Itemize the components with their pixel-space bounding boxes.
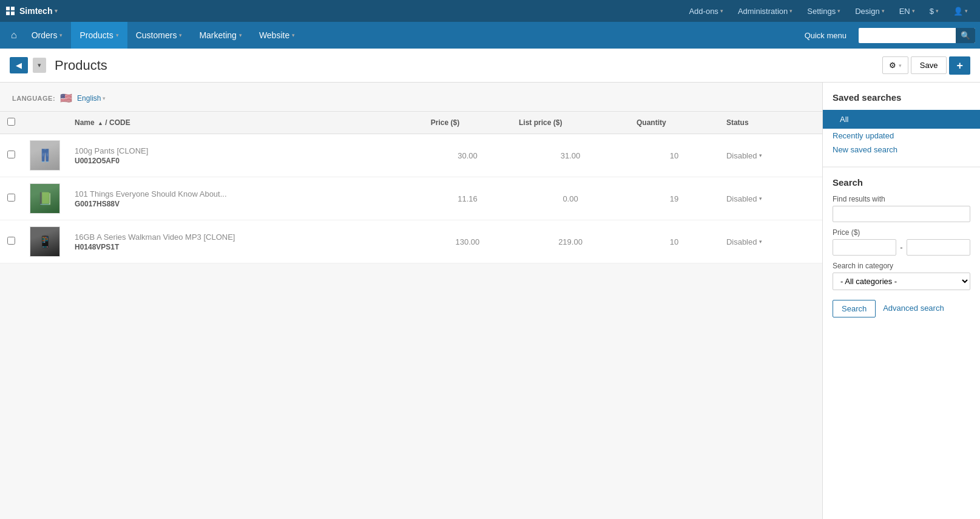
- col-quantity[interactable]: Quantity: [629, 112, 719, 134]
- product-image-2: 📱: [30, 226, 60, 257]
- brand[interactable]: Simtech ▾: [6, 6, 58, 16]
- col-checkbox: [0, 112, 22, 134]
- row-checkbox-1[interactable]: [7, 194, 15, 202]
- product-price-1: 11.16: [424, 177, 512, 220]
- addons-arrow: ▾: [720, 8, 723, 14]
- search-panel-title: Search: [833, 177, 970, 188]
- row-checkbox-0[interactable]: [7, 151, 15, 158]
- save-button[interactable]: Save: [911, 56, 947, 74]
- page-header: ◀ ▾ Products ⚙ ▾ Save +: [0, 49, 980, 83]
- home-button[interactable]: ⌂: [5, 26, 23, 44]
- language-flag: 🇺🇸: [60, 92, 72, 104]
- product-name-0[interactable]: 100g Pants [CLONE]: [75, 146, 416, 155]
- sidebar: Saved searches All Recently updated New …: [822, 83, 980, 519]
- page-title: Products: [55, 58, 107, 73]
- col-name[interactable]: Name ▲ / CODE: [67, 112, 424, 134]
- product-code-1: G0017HS88V: [75, 200, 416, 208]
- status-label-2: Disabled: [726, 237, 757, 246]
- product-quantity-2: 10: [629, 220, 719, 263]
- topnav-currency[interactable]: $ ▾: [924, 4, 945, 18]
- topnav-user[interactable]: 👤 ▾: [947, 4, 974, 18]
- lang-arrow: ▾: [912, 8, 915, 14]
- main-layout: LANGUAGE: 🇺🇸 English ▾ Name ▲ / CODE: [0, 83, 980, 519]
- product-status-1[interactable]: Disabled ▾: [719, 177, 822, 220]
- product-status-0[interactable]: Disabled ▾: [719, 134, 822, 177]
- second-nav: ⌂ Orders ▾ Products ▾ Customers ▾ Market…: [0, 22, 980, 49]
- advanced-search-link[interactable]: Advanced search: [880, 300, 946, 317]
- gear-button[interactable]: ⚙ ▾: [882, 56, 908, 74]
- search-actions: Search Advanced search: [833, 300, 970, 317]
- design-arrow: ▾: [882, 8, 885, 14]
- topnav-lang[interactable]: EN ▾: [893, 4, 921, 18]
- brand-name: Simtech: [19, 6, 52, 16]
- top-search-button[interactable]: 🔍: [956, 28, 975, 43]
- language-selector[interactable]: English ▾: [77, 94, 106, 103]
- product-quantity-0: 10: [629, 134, 719, 177]
- user-icon: 👤: [953, 7, 963, 16]
- row-checkbox-2[interactable]: [7, 237, 15, 245]
- product-status-2[interactable]: Disabled ▾: [719, 220, 822, 263]
- top-search-box[interactable]: 🔍: [859, 28, 975, 43]
- saved-search-recently-updated[interactable]: Recently updated: [833, 129, 970, 143]
- header-dropdown-button[interactable]: ▾: [33, 58, 46, 73]
- product-code-2: H0148VPS1T: [75, 243, 416, 251]
- top-search-input[interactable]: [859, 29, 956, 42]
- category-select[interactable]: - All categories - Electronics Clothing: [833, 273, 970, 290]
- find-results-label: Find results with: [833, 195, 970, 203]
- find-results-input[interactable]: [833, 206, 970, 222]
- language-bar: LANGUAGE: 🇺🇸 English ▾: [0, 92, 822, 111]
- status-label-1: Disabled: [726, 194, 757, 203]
- product-code-0: U0012O5AF0: [75, 157, 416, 165]
- nav-website[interactable]: Website ▾: [251, 22, 303, 49]
- currency-arrow: ▾: [936, 8, 939, 14]
- price-to-input[interactable]: [907, 239, 970, 256]
- col-list-price[interactable]: List price ($): [512, 112, 629, 134]
- top-bar: Simtech ▾ Add-ons ▾ Administration ▾ Set…: [0, 0, 980, 22]
- status-arrow-0: ▾: [759, 152, 762, 158]
- saved-search-all[interactable]: All: [823, 110, 980, 129]
- products-arrow: ▾: [116, 32, 119, 38]
- saved-search-new[interactable]: New saved search: [833, 143, 970, 157]
- product-quantity-1: 19: [629, 177, 719, 220]
- product-image-0: 👖: [30, 140, 60, 171]
- select-all-checkbox[interactable]: [7, 118, 15, 126]
- main-nav: Orders ▾ Products ▾ Customers ▾ Marketin…: [23, 22, 304, 49]
- products-area: LANGUAGE: 🇺🇸 English ▾ Name ▲ / CODE: [0, 83, 822, 519]
- product-name-2[interactable]: 16GB A Series Walkman Video MP3 [CLONE]: [75, 232, 416, 242]
- price-from-input[interactable]: [833, 239, 896, 256]
- product-list-price-0: 31.00: [512, 134, 629, 177]
- status-label-0: Disabled: [726, 151, 757, 160]
- nav-orders[interactable]: Orders ▾: [23, 22, 72, 49]
- col-price[interactable]: Price ($): [424, 112, 512, 134]
- language-arrow: ▾: [103, 95, 106, 101]
- topnav-design[interactable]: Design ▾: [849, 4, 890, 18]
- category-label: Search in category: [833, 262, 970, 270]
- topnav-settings[interactable]: Settings ▾: [801, 4, 847, 18]
- saved-searches-panel: Saved searches All Recently updated New …: [823, 83, 980, 166]
- nav-customers[interactable]: Customers ▾: [127, 22, 191, 49]
- nav-products[interactable]: Products ▾: [71, 22, 127, 49]
- product-price-0: 30.00: [424, 134, 512, 177]
- topnav-addons[interactable]: Add-ons ▾: [683, 4, 729, 18]
- add-button[interactable]: +: [949, 56, 970, 75]
- back-button[interactable]: ◀: [10, 57, 28, 73]
- status-arrow-2: ▾: [759, 239, 762, 245]
- price-range: -: [833, 239, 970, 256]
- customers-arrow: ▾: [179, 32, 182, 38]
- user-arrow: ▾: [965, 8, 968, 14]
- language-label: LANGUAGE:: [12, 95, 55, 102]
- nav-marketing[interactable]: Marketing ▾: [191, 22, 250, 49]
- product-list-price-2: 219.00: [512, 220, 629, 263]
- product-price-2: 130.00: [424, 220, 512, 263]
- search-button[interactable]: Search: [833, 300, 876, 317]
- topnav-administration[interactable]: Administration ▾: [732, 4, 799, 18]
- website-arrow: ▾: [292, 32, 295, 38]
- product-name-1[interactable]: 101 Things Everyone Should Know About...: [75, 189, 416, 198]
- admin-arrow: ▾: [789, 8, 792, 14]
- col-status[interactable]: Status: [719, 112, 822, 134]
- header-actions: ⚙ ▾ Save +: [882, 56, 970, 75]
- saved-searches-title: Saved searches: [833, 92, 970, 103]
- grid-icon: [6, 7, 15, 15]
- marketing-arrow: ▾: [239, 32, 242, 38]
- quick-menu[interactable]: Quick menu: [796, 31, 855, 40]
